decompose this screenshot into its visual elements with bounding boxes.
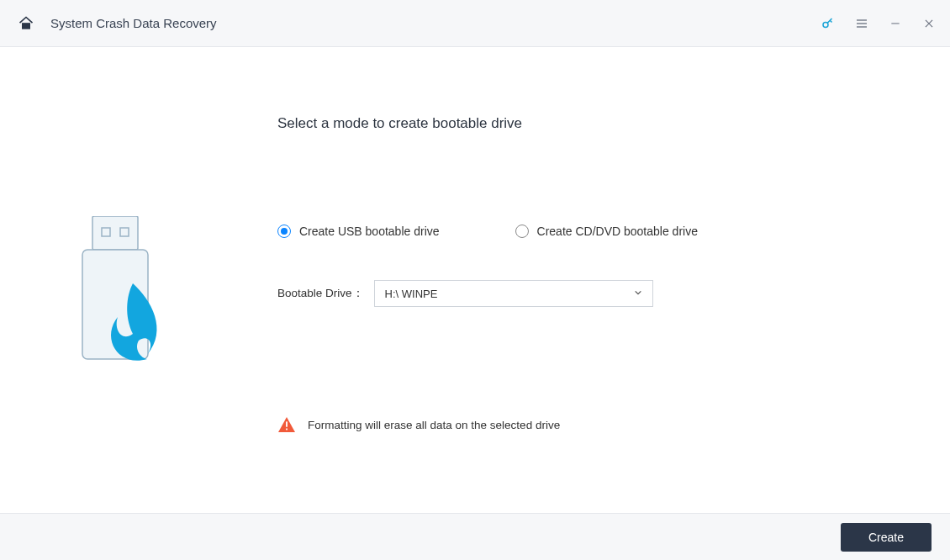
drive-label: Bootable Drive： [277, 286, 364, 301]
svg-rect-5 [891, 23, 899, 24]
radio-cddvd-label: Create CD/DVD bootable drive [537, 225, 698, 238]
main-panel: Select a mode to create bootable drive C… [244, 48, 950, 513]
chevron-down-icon [634, 288, 642, 299]
mode-radio-group: Create USB bootable drive Create CD/DVD … [277, 225, 950, 238]
radio-cddvd[interactable]: Create CD/DVD bootable drive [515, 225, 698, 238]
minimize-icon[interactable] [888, 16, 903, 31]
titlebar: System Crash Data Recovery [0, 0, 950, 47]
footer: Create [0, 513, 950, 560]
warning-icon [277, 416, 296, 433]
svg-rect-11 [286, 429, 288, 431]
app-window: System Crash Data Recovery [0, 0, 950, 560]
warning-text: Formatting will erase all data on the se… [308, 419, 560, 431]
svg-rect-10 [286, 421, 288, 426]
radio-usb-label: Create USB bootable drive [299, 225, 440, 238]
drive-select[interactable]: H:\ WINPE [374, 280, 653, 307]
create-button[interactable]: Create [841, 523, 932, 552]
illustration-panel [0, 48, 244, 513]
warning-row: Formatting will erase all data on the se… [277, 416, 950, 433]
svg-rect-3 [857, 23, 867, 24]
home-icon[interactable] [17, 14, 35, 33]
svg-rect-0 [22, 23, 30, 29]
usb-flame-illustration [67, 216, 177, 384]
svg-rect-6 [92, 216, 138, 250]
drive-select-value: H:\ WINPE [385, 288, 438, 300]
close-icon[interactable] [921, 16, 937, 31]
svg-point-1 [823, 22, 828, 27]
svg-rect-4 [857, 26, 867, 27]
radio-usb[interactable]: Create USB bootable drive [277, 225, 440, 238]
key-icon[interactable] [821, 16, 836, 31]
radio-indicator-selected [277, 225, 291, 238]
page-title: System Crash Data Recovery [50, 16, 217, 30]
svg-rect-2 [857, 19, 867, 20]
content-area: Select a mode to create bootable drive C… [0, 47, 950, 513]
titlebar-controls [821, 16, 937, 31]
radio-indicator-unselected [515, 225, 529, 238]
heading: Select a mode to create bootable drive [277, 115, 950, 132]
drive-row: Bootable Drive： H:\ WINPE [277, 280, 950, 307]
menu-icon[interactable] [854, 16, 869, 31]
